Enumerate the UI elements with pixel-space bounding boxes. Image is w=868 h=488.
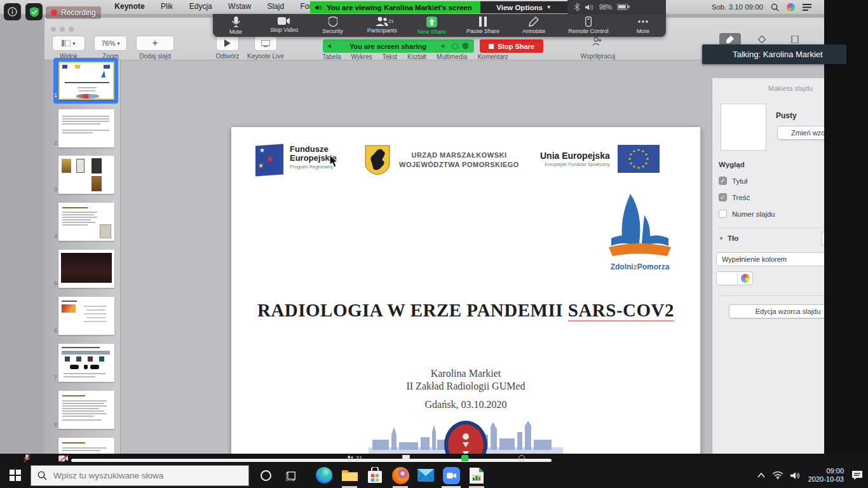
taskbar-mail[interactable] — [413, 463, 438, 488]
slide-thumbnail-6[interactable] — [58, 297, 114, 335]
window-controls[interactable] — [51, 23, 78, 34]
taskbar-store[interactable] — [362, 463, 388, 488]
volume-tray-icon[interactable] — [790, 471, 801, 480]
background-section[interactable]: ▼ Tło — [719, 234, 738, 242]
slide-thumbnail-8[interactable] — [58, 391, 114, 429]
shield-small-icon[interactable] — [462, 43, 469, 50]
tray-chevron-icon[interactable] — [757, 473, 765, 478]
master-slide-preview[interactable] — [721, 104, 766, 151]
format-panel-button[interactable] — [719, 33, 741, 46]
view-menu-button[interactable]: ▾ — [52, 36, 85, 51]
slide-thumbnail-1[interactable] — [58, 62, 114, 100]
slide-title[interactable]: RADIOLOGIA W ERZE PANDEMII SARS-COV2 — [231, 300, 700, 321]
spotlight-icon[interactable] — [771, 3, 779, 11]
collaborate-label[interactable]: Współpracuj — [571, 53, 625, 60]
slide-thumbnail-3[interactable] — [58, 156, 114, 194]
close-window-icon[interactable] — [51, 27, 56, 32]
wifi-icon[interactable] — [773, 471, 783, 479]
animate-panel-button[interactable] — [751, 33, 773, 46]
new-share-button[interactable]: New Share — [417, 15, 446, 35]
stop-video-label: Stop Video — [270, 27, 298, 33]
cortana-button[interactable] — [253, 463, 278, 488]
menu-slajd[interactable]: Slajd — [267, 2, 284, 11]
body-checkbox-row[interactable]: ✓ Treść — [719, 193, 750, 201]
security-button[interactable]: Security — [319, 15, 347, 34]
stop-share-button[interactable]: Stop Share — [480, 39, 543, 53]
text-tool-label[interactable]: Tekst — [383, 53, 397, 60]
menu-keynote[interactable]: Keynote — [114, 2, 144, 11]
more-dots-icon — [637, 17, 649, 27]
author-block[interactable]: Karolina Markiet II Zakład Radiologii GU… — [231, 367, 700, 393]
table-tool-label[interactable]: Tabela — [322, 53, 341, 60]
menu-edycja[interactable]: Edycja — [189, 2, 212, 11]
color-wheel-icon[interactable] — [741, 274, 750, 283]
taskbar-zoom[interactable] — [438, 463, 464, 488]
slide-author: Karolina Markiet — [231, 367, 700, 380]
menu-plik[interactable]: Plik — [161, 2, 173, 11]
muted-mic-icon[interactable] — [23, 454, 31, 463]
slide-thumbnail-4[interactable] — [58, 203, 114, 241]
taskbar-firefox[interactable] — [388, 463, 413, 488]
control-center-icon[interactable] — [803, 4, 811, 11]
muted-camera-icon[interactable] — [58, 455, 69, 462]
title-checkbox[interactable]: ✓ — [719, 177, 727, 185]
slide-thumbnail-7[interactable] — [58, 344, 114, 382]
slide-number-checkbox-row[interactable]: Numer slajdu — [719, 210, 775, 218]
body-checkbox[interactable]: ✓ — [719, 193, 727, 201]
slide[interactable]: ★ ★ ★ Fundusze Europejskie Program Regio… — [231, 127, 700, 480]
media-tool-label[interactable]: Multimedia — [437, 53, 467, 60]
shape-tool-label[interactable]: Kształt — [407, 53, 426, 60]
start-button[interactable] — [0, 463, 31, 488]
mute-button[interactable]: Mute — [222, 15, 250, 35]
stop-video-button[interactable]: Stop Video — [270, 15, 298, 33]
remote-control-button[interactable]: Remote Control — [569, 15, 609, 34]
record-circle-icon[interactable] — [519, 455, 525, 461]
disclosure-triangle-icon[interactable]: ▼ — [719, 236, 724, 241]
view-options-button[interactable]: View Options ▼ — [480, 1, 567, 13]
antivirus-overlay-button[interactable] — [25, 3, 43, 20]
comment-tool-label[interactable]: Komentarz — [477, 53, 508, 60]
chat-bubble-icon[interactable] — [402, 455, 410, 461]
strip-share-icon[interactable] — [461, 455, 468, 461]
participants-button[interactable]: 21 Participants — [367, 15, 397, 34]
add-slide-button[interactable]: + — [136, 36, 174, 51]
windows-taskbar: 09:00 2020-10-03 — [0, 463, 868, 488]
zoom-level-button[interactable]: 76% ▾ — [94, 36, 127, 51]
add-slide-label: Dodaj slajd — [136, 53, 174, 60]
title-checkbox-row[interactable]: ✓ Tytuł — [719, 177, 747, 185]
taskbar-libreoffice[interactable] — [464, 463, 489, 488]
green-shield-check-icon — [29, 7, 39, 17]
slide-number-checkbox[interactable] — [719, 210, 727, 218]
collaborate-icon[interactable] — [592, 37, 602, 48]
taskbar-file-explorer[interactable] — [337, 463, 362, 488]
slide-thumbnail-5[interactable] — [58, 250, 114, 288]
taskbar-edge[interactable] — [311, 463, 337, 488]
thumb-number: 3 — [50, 186, 57, 193]
current-color-swatch[interactable] — [717, 272, 737, 285]
zoom-window-icon[interactable] — [69, 27, 74, 32]
audio-icon[interactable] — [441, 43, 448, 50]
slide-thumbnail-2[interactable] — [58, 109, 114, 147]
firefox-icon — [392, 467, 409, 484]
document-panel-button[interactable] — [784, 33, 806, 46]
keynote-live-label: Keynote Live — [240, 53, 291, 60]
action-center-icon[interactable] — [851, 470, 863, 480]
minimize-window-icon[interactable] — [60, 27, 65, 32]
strip-participants[interactable]: 21 — [346, 455, 362, 461]
chart-tool-label[interactable]: Wykres — [351, 53, 372, 60]
taskbar-clock[interactable]: 09:00 2020-10-03 — [808, 467, 844, 484]
task-view-button[interactable] — [278, 463, 304, 488]
keynote-live-button[interactable] — [254, 36, 277, 51]
siri-icon[interactable] — [787, 3, 795, 11]
info-overlay-button[interactable] — [4, 3, 21, 20]
pause-share-button[interactable]: Pause Share — [466, 15, 499, 34]
taskbar-search[interactable] — [31, 465, 249, 486]
color-well[interactable] — [716, 271, 753, 285]
more-button[interactable]: More — [629, 15, 657, 34]
play-button[interactable] — [216, 36, 239, 51]
ring-icon[interactable] — [452, 43, 458, 50]
annotate-button[interactable]: Annotate — [520, 15, 548, 34]
search-input[interactable] — [53, 471, 225, 480]
menu-wstaw[interactable]: Wstaw — [228, 2, 251, 11]
recording-label: Recording — [61, 8, 96, 17]
